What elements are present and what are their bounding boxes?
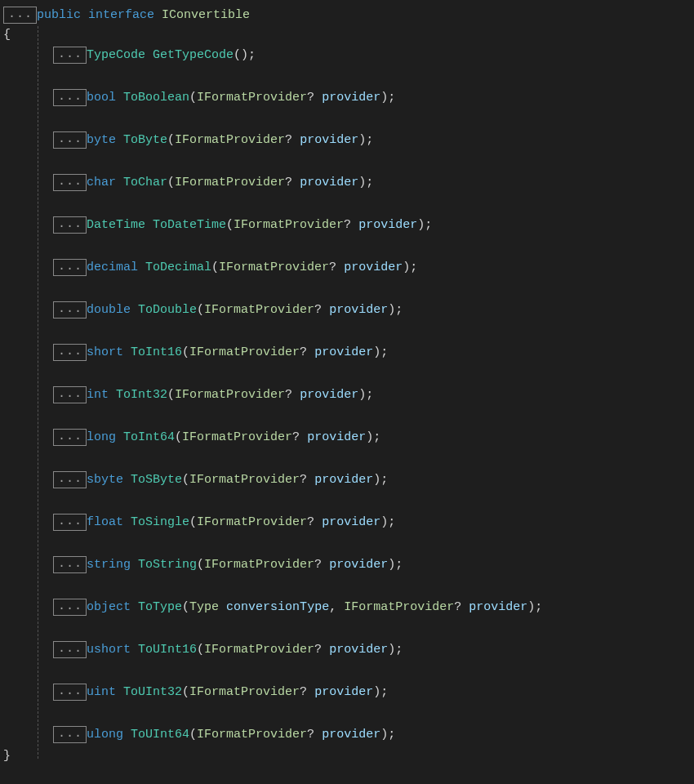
member-line: ...DateTime ToDateTime(IFormatProvider? … (3, 214, 691, 236)
return-type: sbyte (87, 473, 123, 487)
param-type: IFormatProvider (182, 430, 292, 444)
method-name: ToSByte (131, 473, 182, 487)
paren-close-semicolon: ); (366, 430, 380, 444)
method-name: ToDouble (138, 303, 197, 317)
param-type: IFormatProvider (204, 643, 314, 657)
nullable-marker: ? (307, 515, 314, 529)
paren-close-semicolon: ); (380, 515, 395, 529)
blank-line (3, 151, 691, 172)
param-type: IFormatProvider (204, 303, 314, 317)
member-line: ...double ToDouble(IFormatProvider? prov… (3, 299, 691, 321)
param-name: provider (322, 91, 380, 105)
fold-ellipsis-button[interactable]: ... (53, 514, 87, 531)
blank-line (3, 236, 691, 256)
return-type: float (87, 515, 123, 529)
nullable-marker: ? (314, 303, 322, 317)
fold-ellipsis-button[interactable]: ... (53, 301, 87, 318)
method-name: ToType (138, 600, 182, 614)
blank-line (3, 66, 691, 87)
method-name: ToDecimal (145, 261, 211, 274)
fold-ellipsis-button[interactable]: ... (53, 47, 87, 64)
param-name: provider (322, 515, 380, 529)
paren-open: ( (197, 303, 204, 317)
fold-ellipsis-button[interactable]: ... (53, 89, 87, 106)
interface-declaration-line: ...public interface IConvertible (3, 5, 691, 24)
open-brace-line: { (3, 24, 691, 44)
blank-line (3, 703, 691, 724)
paren-open: ( (167, 133, 175, 147)
paren-close-semicolon: ); (527, 600, 542, 614)
fold-ellipsis-button[interactable]: ... (53, 556, 87, 573)
nullable-marker: ? (454, 600, 461, 614)
fold-ellipsis-button[interactable]: ... (53, 259, 87, 276)
paren-close-semicolon: ); (380, 728, 395, 742)
blank-line (3, 533, 691, 554)
nullable-marker: ? (329, 261, 336, 274)
fold-ellipsis-button[interactable]: ... (53, 344, 87, 361)
fold-ellipsis-button[interactable]: ... (53, 386, 87, 403)
paren-open: ( (182, 473, 189, 487)
fold-ellipsis-button[interactable]: ... (53, 131, 87, 149)
nullable-marker: ? (307, 91, 314, 105)
blank-line (3, 109, 691, 129)
param-name: provider (314, 345, 373, 359)
member-line: ...string ToString(IFormatProvider? prov… (3, 554, 691, 576)
fold-ellipsis-button[interactable]: ... (53, 641, 87, 658)
param-type: IFormatProvider (197, 728, 307, 742)
return-type: TypeCode (87, 48, 145, 62)
param-name: provider (300, 176, 358, 189)
code-editor[interactable]: ...public interface IConvertible { ...Ty… (3, 5, 691, 765)
fold-ellipsis-button[interactable]: ... (53, 216, 87, 234)
fold-ellipsis-button[interactable]: ... (53, 599, 87, 616)
paren-close-semicolon: ); (358, 388, 373, 402)
method-name: ToUInt64 (131, 728, 189, 742)
return-type: byte (87, 133, 116, 147)
param-name: provider (329, 558, 388, 572)
blank-line (3, 576, 691, 596)
paren-open: ( (189, 728, 197, 742)
return-type: decimal (87, 261, 138, 274)
return-type: ulong (87, 728, 123, 742)
paren-open: ( (197, 558, 204, 572)
member-line: ...bool ToBoolean(IFormatProvider? provi… (3, 87, 691, 109)
param-type: IFormatProvider (344, 600, 454, 614)
blank-line (3, 321, 691, 341)
fold-ellipsis-button[interactable]: ... (53, 429, 87, 446)
blank-line (3, 491, 691, 511)
paren-open: ( (226, 218, 234, 232)
param-type: IFormatProvider (197, 91, 307, 105)
method-name: ToInt64 (123, 430, 175, 444)
param-name: provider (329, 643, 388, 657)
method-name: ToUInt16 (138, 643, 197, 657)
param-type: IFormatProvider (175, 176, 285, 189)
member-line: ...decimal ToDecimal(IFormatProvider? pr… (3, 256, 691, 278)
fold-ellipsis-button[interactable]: ... (3, 7, 37, 24)
fold-ellipsis-button[interactable]: ... (53, 174, 87, 191)
return-type: int (87, 388, 109, 402)
method-name: ToDateTime (153, 218, 226, 232)
paren-close-semicolon: ); (358, 176, 373, 189)
paren-open: ( (234, 48, 241, 62)
param-name: provider (358, 218, 417, 232)
fold-ellipsis-button[interactable]: ... (53, 726, 87, 743)
return-type: bool (87, 91, 116, 105)
paren-close-semicolon: ); (388, 303, 403, 317)
close-brace: } (3, 749, 11, 763)
return-type: double (87, 303, 131, 317)
fold-ellipsis-button[interactable]: ... (53, 471, 87, 488)
paren-close-semicolon: ); (373, 473, 388, 487)
paren-open: ( (197, 643, 204, 657)
member-line: ...sbyte ToSByte(IFormatProvider? provid… (3, 469, 691, 491)
paren-close-semicolon: ); (373, 685, 388, 699)
return-type: short (87, 345, 123, 359)
blank-line (3, 406, 691, 426)
member-line: ...short ToInt16(IFormatProvider? provid… (3, 341, 691, 363)
return-type: DateTime (87, 218, 145, 232)
method-name: ToChar (123, 176, 167, 189)
fold-ellipsis-button[interactable]: ... (53, 684, 87, 701)
member-line: ...uint ToUInt32(IFormatProvider? provid… (3, 681, 691, 703)
paren-close-semicolon: ); (380, 91, 395, 105)
method-name: ToSingle (131, 515, 189, 529)
paren-open: ( (211, 261, 219, 274)
nullable-marker: ? (307, 728, 314, 742)
